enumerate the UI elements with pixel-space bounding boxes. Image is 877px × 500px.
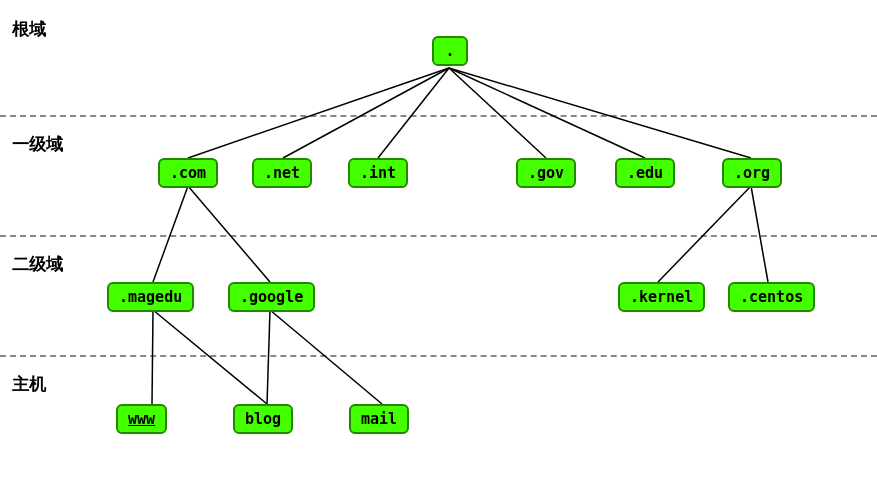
node-edu: .edu xyxy=(615,158,675,188)
node-google: .google xyxy=(228,282,315,312)
svg-line-7 xyxy=(188,186,270,282)
separator-3 xyxy=(0,355,877,357)
svg-line-2 xyxy=(378,68,449,158)
svg-line-4 xyxy=(449,68,645,158)
zone-label-level2: 二级域 xyxy=(12,253,63,276)
node-root: . xyxy=(432,36,468,66)
node-mail: mail xyxy=(349,404,409,434)
node-centos: .centos xyxy=(728,282,815,312)
svg-line-8 xyxy=(658,186,751,282)
zone-label-level1: 一级域 xyxy=(12,133,63,156)
svg-line-9 xyxy=(751,186,768,282)
node-int: .int xyxy=(348,158,408,188)
zone-label-root: 根域 xyxy=(12,18,46,41)
dns-diagram: 根域 一级域 二级域 主机 . .com .net .int .gov .edu… xyxy=(0,0,877,500)
zone-label-host: 主机 xyxy=(12,373,46,396)
node-gov: .gov xyxy=(516,158,576,188)
svg-line-11 xyxy=(153,310,267,404)
node-blog: blog xyxy=(233,404,293,434)
svg-line-1 xyxy=(283,68,449,158)
node-org: .org xyxy=(722,158,782,188)
separator-2 xyxy=(0,235,877,237)
svg-line-10 xyxy=(152,310,153,404)
node-www: www xyxy=(116,404,167,434)
svg-line-6 xyxy=(153,186,188,282)
svg-line-0 xyxy=(188,68,449,158)
separator-1 xyxy=(0,115,877,117)
svg-line-13 xyxy=(270,310,382,404)
node-kernel: .kernel xyxy=(618,282,705,312)
node-com: .com xyxy=(158,158,218,188)
svg-line-12 xyxy=(267,310,270,404)
node-net: .net xyxy=(252,158,312,188)
svg-line-3 xyxy=(449,68,546,158)
node-magedu: .magedu xyxy=(107,282,194,312)
svg-line-5 xyxy=(449,68,751,158)
